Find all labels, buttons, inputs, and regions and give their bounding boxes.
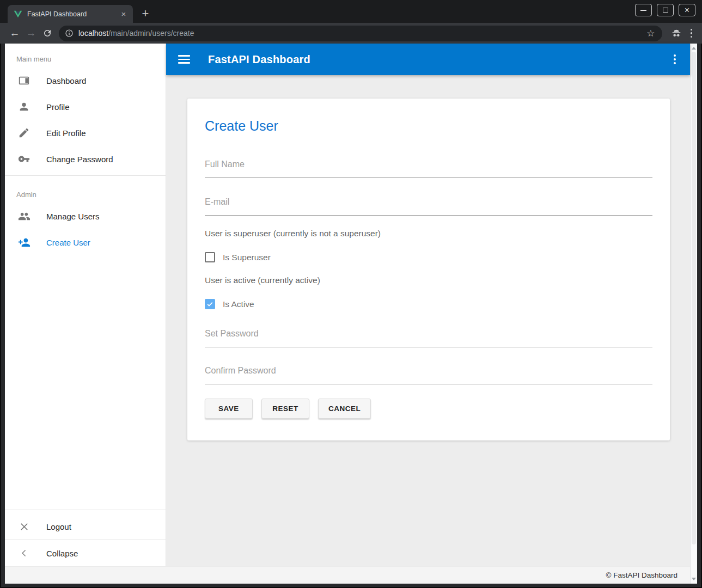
- app-menu-button[interactable]: [672, 52, 678, 66]
- active-hint: User is active (currently active): [205, 275, 652, 285]
- cancel-button[interactable]: CANCEL: [318, 399, 371, 419]
- pencil-icon: [17, 126, 30, 139]
- url-text: localhost/main/admin/users/create: [78, 29, 194, 38]
- url-path: /main/admin/users/create: [108, 29, 194, 38]
- new-tab-button[interactable]: +: [137, 5, 154, 22]
- confirm-password-input[interactable]: [205, 366, 652, 384]
- create-user-card: Create User User is superuser (currently…: [187, 99, 670, 440]
- is-superuser-checkbox-row[interactable]: Is Superuser: [205, 252, 652, 262]
- site-info-icon[interactable]: [65, 29, 74, 38]
- page-title: Create User: [205, 99, 652, 134]
- content-area: Create User User is superuser (currently…: [166, 75, 690, 566]
- checkbox-label: Is Active: [223, 299, 254, 309]
- address-bar[interactable]: localhost/main/admin/users/create ☆: [59, 26, 662, 41]
- close-icon: ×: [685, 6, 689, 15]
- key-icon: [17, 152, 30, 166]
- sidebar-section-main-menu: Main menu: [5, 44, 166, 68]
- incognito-icon: [670, 28, 682, 39]
- page-footer: © FastAPI Dashboard: [5, 566, 690, 584]
- full-name-input[interactable]: [205, 160, 652, 178]
- confirm-password-field: [205, 366, 652, 384]
- hamburger-menu-icon[interactable]: [178, 55, 190, 64]
- sidebar-section-admin: Admin: [5, 179, 166, 203]
- sidebar-item-profile[interactable]: Profile: [5, 94, 166, 120]
- minimize-icon: [640, 10, 646, 11]
- sidebar-item-label: Logout: [46, 522, 71, 531]
- sidebar-item-label: Create User: [46, 238, 90, 247]
- window-close-button[interactable]: ×: [679, 4, 695, 16]
- superuser-hint: User is superuser (currently is not a su…: [205, 229, 652, 238]
- sidebar-divider: [5, 510, 166, 510]
- email-field: [205, 197, 652, 216]
- forward-button[interactable]: →: [23, 25, 39, 41]
- reset-button[interactable]: RESET: [261, 399, 309, 419]
- sidebar-item-create-user[interactable]: Create User: [5, 229, 166, 255]
- browser-tab[interactable]: FastAPI Dashboard ×: [8, 5, 133, 23]
- form-actions: SAVE RESET CANCEL: [205, 399, 652, 419]
- browser-menu-button[interactable]: [691, 29, 693, 38]
- is-active-checkbox-row[interactable]: Is Active: [205, 299, 652, 309]
- copyright-text: © FastAPI Dashboard: [606, 571, 677, 579]
- url-host: localhost: [78, 29, 108, 38]
- sidebar-item-manage-users[interactable]: Manage Users: [5, 203, 166, 229]
- checkbox-checked-icon[interactable]: [205, 299, 215, 309]
- app-title: FastAPI Dashboard: [208, 53, 310, 66]
- page-scrollbar[interactable]: [690, 44, 697, 584]
- page: Main menu Dashboard: [5, 44, 697, 584]
- sidebar-item-label: Manage Users: [46, 212, 100, 221]
- checkbox-unchecked-icon[interactable]: [205, 252, 215, 262]
- sidebar-item-label: Collapse: [46, 549, 78, 558]
- chevron-left-icon: [17, 547, 30, 560]
- browser-window: FastAPI Dashboard × + × ← →: [0, 0, 702, 588]
- sidebar-item-label: Change Password: [46, 155, 113, 164]
- tab-title: FastAPI Dashboard: [27, 10, 119, 18]
- dashboard-icon: [17, 74, 30, 87]
- people-icon: [17, 210, 30, 223]
- set-password-field: [205, 329, 652, 347]
- vue-favicon: [14, 10, 22, 19]
- set-password-input[interactable]: [205, 329, 652, 347]
- maximize-icon: [663, 8, 668, 13]
- sidebar-item-change-password[interactable]: Change Password: [5, 146, 166, 172]
- sidebar-divider: [5, 175, 166, 176]
- window-maximize-button[interactable]: [657, 4, 674, 16]
- sidebar-item-label: Edit Profile: [46, 128, 86, 138]
- sidebar-item-label: Profile: [46, 102, 70, 112]
- tab-close-icon[interactable]: ×: [119, 9, 129, 19]
- person-icon: [17, 100, 30, 113]
- window-minimize-button[interactable]: [635, 4, 652, 16]
- person-add-icon: [17, 236, 30, 249]
- sidebar-item-label: Dashboard: [46, 76, 86, 85]
- scrollbar-up-arrow-icon[interactable]: [692, 47, 696, 50]
- sidebar-item-collapse[interactable]: Collapse: [5, 540, 166, 566]
- sidebar: Main menu Dashboard: [5, 44, 166, 566]
- back-button[interactable]: ←: [7, 25, 23, 41]
- sidebar-bottom: Logout Collapse: [5, 506, 166, 566]
- reload-button[interactable]: [39, 25, 56, 41]
- bookmark-star-icon[interactable]: ☆: [646, 28, 655, 39]
- sidebar-item-edit-profile[interactable]: Edit Profile: [5, 120, 166, 146]
- window-controls: ×: [635, 4, 695, 16]
- scrollbar-thumb[interactable]: [692, 52, 696, 544]
- sidebar-item-logout[interactable]: Logout: [5, 513, 166, 540]
- save-button[interactable]: SAVE: [205, 399, 253, 419]
- main-area: FastAPI Dashboard Create User: [166, 44, 690, 566]
- scrollbar-down-arrow-icon[interactable]: [692, 578, 696, 580]
- full-name-field: [205, 160, 652, 178]
- app-header: FastAPI Dashboard: [166, 44, 690, 75]
- close-icon: [17, 520, 30, 533]
- browser-titlebar: FastAPI Dashboard × + ×: [0, 0, 702, 23]
- checkbox-label: Is Superuser: [223, 253, 271, 262]
- email-input[interactable]: [205, 197, 652, 216]
- reload-icon: [42, 28, 52, 38]
- browser-toolbar: ← → localhost/main/admin/users/create ☆: [0, 23, 702, 44]
- sidebar-item-dashboard[interactable]: Dashboard: [5, 68, 166, 94]
